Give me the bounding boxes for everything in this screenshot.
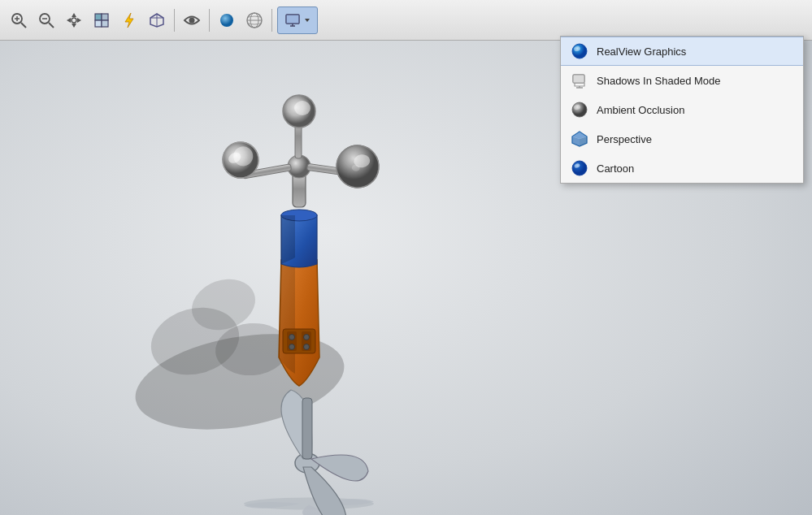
search-icon[interactable] [7,8,31,32]
svg-marker-16 [125,13,133,28]
cartoon-icon [571,159,588,177]
perspective-label: Perspective [597,133,652,145]
toolbar [0,0,812,41]
ambient-icon [571,101,588,119]
svg-line-5 [49,23,54,28]
ambient-label: Ambient Occlusion [597,104,684,116]
texture-icon[interactable] [242,8,267,32]
box3d-icon[interactable] [145,8,169,32]
svg-point-42 [289,344,295,350]
svg-point-41 [304,335,310,340]
menu-item-ambient[interactable]: Ambient Occlusion [561,95,803,124]
svg-point-72 [572,161,587,175]
svg-rect-15 [102,20,108,27]
svg-rect-26 [286,15,299,24]
svg-point-40 [289,335,295,340]
cartoon-label: Cartoon [597,162,634,175]
svg-rect-12 [95,14,102,20]
svg-rect-36 [302,398,312,459]
realview-label: RealView Graphics [597,45,686,58]
menu-item-shadows[interactable]: Shadows In Shaded Mode [561,66,803,95]
svg-point-60 [572,44,587,58]
separator2 [209,9,210,32]
dropdown-menu: RealView Graphics Shadows In Shaded Mode [560,36,804,184]
3d-model [98,65,520,515]
svg-marker-10 [77,18,81,23]
svg-rect-14 [95,20,102,27]
eye-icon[interactable] [180,8,204,32]
svg-point-20 [189,17,195,23]
svg-point-66 [572,102,587,117]
svg-rect-13 [102,14,108,20]
svg-point-59 [294,101,310,115]
svg-marker-9 [67,18,71,23]
perspective-icon [571,130,588,148]
material-ball-icon[interactable] [215,8,239,32]
svg-line-1 [21,23,26,28]
svg-marker-8 [72,24,76,28]
menu-item-cartoon[interactable]: Cartoon [561,154,803,183]
section-icon[interactable] [89,8,114,32]
svg-point-43 [304,344,310,350]
svg-rect-63 [573,75,584,83]
shadows-icon [571,71,588,89]
menu-item-realview[interactable]: RealView Graphics [561,37,803,66]
realview-icon [571,42,588,60]
zoom-icon[interactable] [34,8,59,32]
separator3 [271,9,272,32]
svg-marker-29 [305,19,310,22]
display-mode-button[interactable] [277,6,318,34]
menu-item-perspective[interactable]: Perspective [561,124,803,154]
svg-point-21 [220,14,233,27]
shadows-label: Shadows In Shaded Mode [597,75,721,87]
separator1 [174,9,175,32]
svg-marker-7 [72,13,76,17]
flash-icon[interactable] [117,8,141,32]
svg-point-11 [72,18,76,23]
pan-icon[interactable] [62,8,86,32]
